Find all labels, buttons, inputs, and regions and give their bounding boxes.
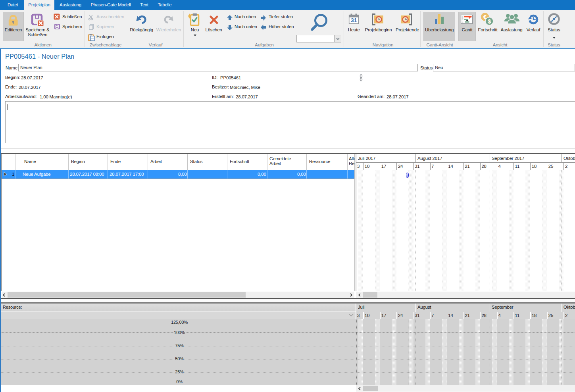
svg-text:31: 31	[351, 17, 357, 23]
svg-text:$: $	[488, 18, 491, 25]
